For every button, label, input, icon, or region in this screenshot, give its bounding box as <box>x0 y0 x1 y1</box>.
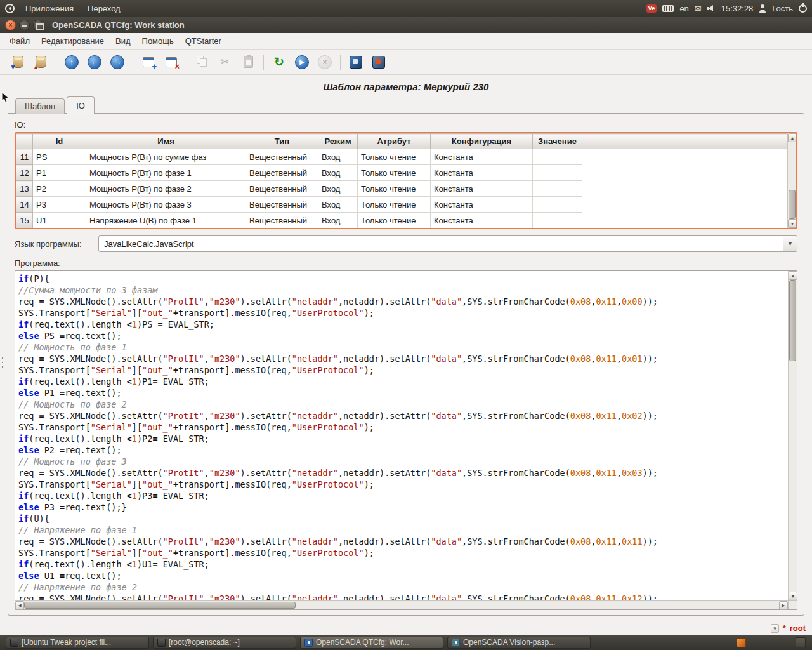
table-cell[interactable]: Вещественный <box>246 149 318 165</box>
table-cell[interactable]: Мощность P(Вт) по фазе 1 <box>86 165 246 181</box>
table-cell[interactable]: P2 <box>33 181 86 197</box>
mail-icon[interactable]: ✉ <box>695 4 702 13</box>
table-cell[interactable]: Вход <box>318 197 358 213</box>
language-combobox[interactable]: JavaLikeCalc.JavaScript ▼ <box>98 235 797 252</box>
table-cell[interactable]: Только чтение <box>358 181 431 197</box>
places-menu[interactable]: Переход <box>82 1 126 16</box>
code-line[interactable]: if(P){ <box>18 273 788 284</box>
table-row[interactable]: 12P1Мощность P(Вт) по фазе 1Вещественный… <box>16 165 788 181</box>
code-line[interactable]: else PS =req.text(); <box>18 330 788 342</box>
table-cell[interactable] <box>533 197 582 213</box>
table-cell[interactable] <box>533 181 582 197</box>
scroll-thumb[interactable] <box>789 190 796 219</box>
ubuntu-logo-icon[interactable] <box>5 4 15 13</box>
code-line[interactable]: SYS.Transport["Serial"]["out_"+transport… <box>18 547 788 559</box>
table-row[interactable]: 13P2Мощность P(Вт) по фазе 2Вещественный… <box>16 181 788 197</box>
code-line[interactable]: if(req.text().length <1)PS = EVAL_STR; <box>18 319 788 330</box>
code-line[interactable]: req = SYS.XMLNode().setAttr("ProtIt","m2… <box>18 410 788 421</box>
code-line[interactable]: // Мощность по фазе 1 <box>18 342 788 353</box>
program-editor[interactable]: if(P){//Сумма мощности по 3 фазамreq = S… <box>15 270 797 610</box>
table-cell[interactable]: Мощность P(Вт) по фазе 2 <box>86 181 246 197</box>
menu-qtstarter[interactable]: QTStarter <box>180 34 227 48</box>
taskbar-corner-widget[interactable] <box>796 637 806 647</box>
code-line[interactable]: req = SYS.XMLNode().setAttr("ProtIt","m2… <box>18 536 788 547</box>
item-add-button[interactable]: + <box>138 52 159 72</box>
input-method-indicator[interactable]: Ve <box>646 4 657 13</box>
scroll-up-button[interactable]: ▲ <box>788 133 797 142</box>
scroll-left-button[interactable]: ◀ <box>15 601 24 610</box>
code-line[interactable]: SYS.Transport["Serial"]["out_"+transport… <box>18 364 788 376</box>
column-header-type[interactable]: Тип <box>246 134 318 149</box>
table-cell[interactable] <box>533 213 582 229</box>
start-button[interactable]: ▶ <box>292 52 312 72</box>
table-cell[interactable]: Константа <box>431 165 533 181</box>
code-line[interactable]: if(req.text().length <1)P2= EVAL_STR; <box>18 433 788 444</box>
code-horizontal-scrollbar[interactable]: ◀ ▶ <box>15 600 788 609</box>
table-cell[interactable]: Вход <box>318 213 358 229</box>
code-line[interactable]: //Сумма мощности по 3 фазам <box>18 284 788 296</box>
taskbar-item[interactable]: [root@openscada: ~] <box>153 637 296 649</box>
table-row[interactable]: 14P3Мощность P(Вт) по фазе 3Вещественный… <box>16 197 788 213</box>
menu-edit[interactable]: Редактирование <box>36 34 110 48</box>
taskbar-item[interactable]: [Ubuntu Tweak project fil... <box>6 637 149 649</box>
table-cell[interactable]: U1 <box>33 213 86 229</box>
table-cell[interactable]: PS <box>33 149 86 165</box>
tray-openscada-icon[interactable] <box>737 638 746 647</box>
save-button[interactable]: ▲ <box>30 52 51 72</box>
code-line[interactable]: SYS.Transport["Serial"]["out_"+transport… <box>18 479 788 490</box>
code-line[interactable]: if(U){ <box>18 513 788 524</box>
scroll-track[interactable] <box>24 601 779 609</box>
table-cell[interactable]: Константа <box>431 181 533 197</box>
paste-button[interactable] <box>238 52 258 72</box>
code-line[interactable]: if(req.text().length <1)P3= EVAL_STR; <box>18 490 788 501</box>
combo-dropdown-icon[interactable]: ▼ <box>783 236 797 251</box>
load-button[interactable]: ▼ <box>8 52 28 72</box>
stop-button[interactable]: × <box>315 52 335 72</box>
window-close-button[interactable]: × <box>5 20 16 30</box>
code-line[interactable]: req = SYS.XMLNode().setAttr("ProtIt","m2… <box>18 296 788 307</box>
menu-help[interactable]: Помощь <box>136 34 180 48</box>
table-cell[interactable]: Вход <box>318 149 358 165</box>
scroll-up-button[interactable]: ▲ <box>789 271 797 280</box>
code-vertical-scrollbar[interactable]: ▲ ▼ <box>788 271 797 600</box>
scroll-track[interactable] <box>788 142 796 219</box>
code-line[interactable]: SYS.Transport["Serial"]["out_"+transport… <box>18 307 788 319</box>
window-titlebar[interactable]: × OpenSCADA QTCfg: Work station <box>0 17 812 33</box>
keyboard-icon[interactable] <box>662 5 674 12</box>
menu-view[interactable]: Вид <box>110 34 136 48</box>
applications-menu[interactable]: Приложения <box>20 1 79 16</box>
cut-button[interactable]: ✂ <box>215 52 235 72</box>
session-user-label[interactable]: Гость <box>772 4 793 13</box>
code-content[interactable]: if(P){//Сумма мощности по 3 фазамreq = S… <box>15 271 788 600</box>
table-cell[interactable]: Вещественный <box>246 213 318 229</box>
table-cell[interactable] <box>533 165 582 181</box>
menu-file[interactable]: Файл <box>4 34 36 48</box>
table-cell[interactable]: Вещественный <box>246 165 318 181</box>
table-cell[interactable]: Мощность P(Вт) по фазе 3 <box>86 197 246 213</box>
scroll-thumb[interactable] <box>24 602 296 609</box>
keyboard-layout-label[interactable]: en <box>679 4 688 13</box>
code-line[interactable]: req = SYS.XMLNode().setAttr("ProtIt","m2… <box>18 593 788 600</box>
scroll-right-button[interactable]: ▶ <box>779 601 788 610</box>
code-line[interactable]: req = SYS.XMLNode().setAttr("ProtIt","m2… <box>18 353 788 364</box>
power-icon[interactable] <box>799 4 807 13</box>
table-cell[interactable]: Вещественный <box>246 197 318 213</box>
up-button[interactable]: ↑ <box>62 52 82 72</box>
code-line[interactable]: req = SYS.XMLNode().setAttr("ProtIt","m2… <box>18 467 788 479</box>
code-line[interactable]: // Напряжение по фазе 2 <box>18 581 788 593</box>
item-del-button[interactable]: × <box>161 52 181 72</box>
forward-button[interactable]: → <box>107 52 128 72</box>
code-line[interactable]: if(req.text().length <1)U1= EVAL_STR; <box>18 559 788 570</box>
table-cell[interactable]: Константа <box>431 197 533 213</box>
copy-button[interactable] <box>192 52 213 72</box>
table-cell[interactable]: Вход <box>318 181 358 197</box>
scroll-down-button[interactable]: ▼ <box>788 219 797 228</box>
code-line[interactable]: // Мощность по фазе 3 <box>18 456 788 467</box>
column-header-id[interactable]: Id <box>33 134 86 149</box>
tab-template[interactable]: Шаблон <box>15 98 65 114</box>
taskbar-item[interactable]: OpenSCADA Vision-разр... <box>447 637 591 649</box>
back-button[interactable]: ← <box>84 52 105 72</box>
table-cell[interactable]: Только чтение <box>358 165 431 181</box>
table-cell[interactable]: P1 <box>33 165 86 181</box>
user-icon[interactable] <box>759 4 766 13</box>
